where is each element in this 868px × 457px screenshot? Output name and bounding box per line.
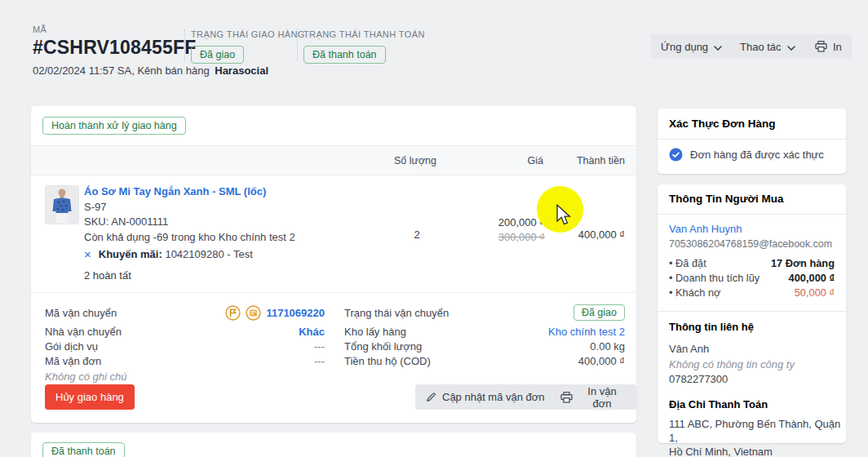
product-compare-price: 300,000 ₫ [498,231,545,243]
stat-row: Đã đặt 17 Đơn hàng [669,256,835,271]
track-flag-icon[interactable] [225,305,241,321]
product-photo [46,186,78,224]
order-meta: 02/02/2024 11:57 SA, Kênh bán hàng Haras… [33,64,268,77]
product-price-cell: 200,000 ₫ 300,000 ₫ [498,216,545,243]
card-divider [658,311,846,312]
shipping-row: Gói dịch vụ --- [45,339,325,353]
update-tracking-label: Cập nhật mã vận đơn [442,391,545,403]
carrier-value: Khác [299,326,325,338]
verified-text: Đơn hàng đã được xác thực [690,149,824,161]
card-divider [658,139,846,140]
col-price: Giá [528,155,543,166]
promo-row: × Khuyến mãi: 1042109280 - Test [84,247,295,263]
promo-value: 1042109280 - Test [165,248,252,260]
verified-row: Đơn hàng đã được xác thực [669,148,824,162]
chevron-down-icon [714,41,722,53]
stat-label: Doanh thu tích lũy [669,271,760,286]
payment-status-col: TRẠNG THÁI THANH TOÁN Đã thanh toán [303,29,425,64]
stat-value: 400,000 ₫ [789,271,835,286]
col-total: Thành tiền [577,155,625,166]
product-variant: S-97 [84,200,295,215]
header-divider-2 [297,29,298,61]
shipping-row: Tổng khối lượng 0.00 kg [344,339,625,353]
update-tracking-button[interactable]: Cập nhật mã vận đơn [415,384,556,410]
product-name-link[interactable]: Áo Sơ Mi Tay Ngắn Xanh - SML (lốc) [84,185,266,197]
stat-label: Khách nợ [669,286,720,300]
cancel-delivery-label: Hủy giao hàng [55,391,124,403]
shipping-status-col: TRẠNG THÁI GIAO HÀNG Đã giao [191,29,305,64]
product-availability: Còn khả dụng -69 trong kho Kho chính tes… [84,230,295,246]
payment-status-label: TRẠNG THÁI THANH TOÁN [303,29,425,39]
shipping-row-label: Gói dịch vụ [45,340,98,353]
buyer-card: Thông Tin Người Mua Van Anh Huynh 705308… [658,184,846,443]
shipping-row: Nhà vận chuyển Khác [45,325,325,339]
tracking-number-link[interactable]: 1171069220 [266,307,325,319]
product-quantity: 2 [392,228,441,241]
remove-promo-icon[interactable]: × [84,249,91,260]
shipping-row: Kho lấy hàng Kho chính test 2 [344,325,625,339]
delivery-status-badge: Đã giao [574,304,625,321]
no-note-text: Không có ghi chú [45,370,325,383]
company-note: Không có thông tin công ty [669,358,795,370]
print-button-label: In [833,41,842,53]
stat-label: Đã đặt [669,256,706,271]
order-created: 02/02/2024 11:57 SA, Kênh bán hàng [33,64,210,77]
sales-channel: Harasocial [215,64,268,77]
billing-address-line2: Hồ Chí Minh, Vietnam [669,445,846,457]
product-info: Áo Sơ Mi Tay Ngắn Xanh - SML (lốc) S-97 … [84,184,295,283]
pickup-warehouse-link[interactable]: Kho chính test 2 [548,326,625,338]
shipping-row: Tiền thu hộ (COD) 400,000 ₫ [344,354,625,368]
billing-address-line1: 111 ABC, Phường Bến Thành, Quận 1, [669,417,846,445]
shipping-info-left: Mã vận chuyển 1171069220 Nhà vận chuyển … [45,303,325,383]
payment-card: Đã thanh toán [31,433,636,457]
stat-row: Khách nợ 50,000 ₫ [669,286,835,300]
actions-button[interactable]: Thao tác [730,34,805,59]
shipping-row-label: Nhà vận chuyển [45,326,122,338]
verification-title: Xác Thực Đơn Hàng [669,118,775,130]
fulfilled-note: 2 hoàn tất [84,268,295,284]
stat-value: 17 Đơn hàng [771,256,835,271]
track-ticket-icon[interactable] [246,305,261,321]
print-button[interactable]: In [805,34,852,59]
total-weight-value: 0.00 kg [590,340,625,353]
buyer-name-link[interactable]: Van Anh Huynh [669,223,742,235]
contact-title: Thông tin liên hệ [669,321,754,333]
col-quantity: Số lượng [394,155,436,166]
cancel-delivery-button[interactable]: Hủy giao hàng [45,384,135,410]
print-label-label: In vận đơn [578,385,626,410]
product-line-total: 400,000 ₫ [578,228,625,241]
print-label-button[interactable]: In vận đơn [550,384,636,410]
cod-amount-value: 400,000 ₫ [578,355,625,367]
shipping-row-label: Mã vận đơn [45,355,101,367]
buyer-title: Thông Tin Người Mua [669,193,784,205]
verification-card: Xác Thực Đơn Hàng Đơn hàng đã được xác t… [658,109,846,174]
promo-label: Khuyến mãi: [99,248,162,260]
stat-row: Doanh thu tích lũy 400,000 ₫ [669,271,835,286]
payment-status-badge: Đã thanh toán [303,46,386,64]
printer-icon [560,392,573,403]
stat-value-debt: 50,000 ₫ [795,286,835,300]
actions-button-label: Thao tác [740,41,782,53]
section-divider [31,292,636,293]
buyer-email: 7053086204768159@facebook.com [669,238,832,250]
shipping-status-badge: Đã giao [191,46,244,64]
shipping-row: Mã vận chuyển 1171069220 [45,303,325,322]
fulfillment-card: Hoàn thành xử lý giao hàng Số lượng Giá … [31,106,636,423]
header-divider-1 [184,29,185,61]
shipping-info-right: Trạng thái vận chuyển Đã giao Kho lấy hà… [344,303,625,369]
waybill-value: --- [314,355,325,367]
billing-title: Địa Chỉ Thanh Toán [669,398,768,410]
mouse-cursor-icon [556,204,571,229]
apps-button[interactable]: Ứng dụng [651,34,732,59]
card-divider [658,214,846,215]
product-thumbnail [45,185,79,224]
service-package-value: --- [314,340,325,353]
printer-icon [815,41,827,52]
line-items-header: Số lượng Giá Thành tiền [31,145,636,175]
fulfillment-status-badge: Hoàn thành xử lý giao hàng [42,117,186,135]
billing-address: 111 ABC, Phường Bến Thành, Quận 1, Hồ Ch… [669,417,846,457]
contact-phone: 0782277300 [669,373,728,385]
buyer-stats: Đã đặt 17 Đơn hàng Doanh thu tích lũy 40… [669,256,835,300]
shipping-status-label: TRẠNG THÁI GIAO HÀNG [191,29,305,39]
paid-status-badge: Đã thanh toán [42,442,125,457]
